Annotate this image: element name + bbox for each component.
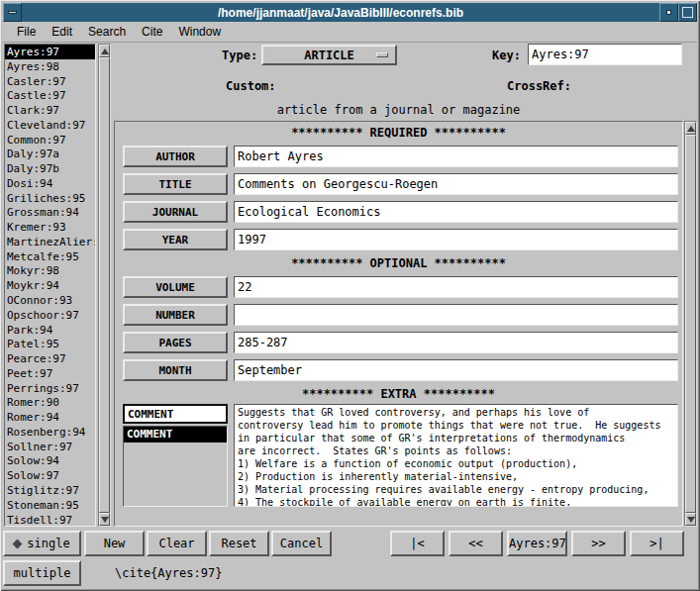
year-field-label: YEAR — [123, 229, 228, 250]
menu-bar: File Edit Search Cite Window — [3, 22, 697, 43]
title-input[interactable] — [234, 173, 678, 195]
list-scroll-up-button[interactable] — [99, 45, 110, 57]
list-item[interactable]: MartinezAlier:9 — [5, 235, 95, 249]
list-item[interactable]: Common:97 — [5, 133, 95, 148]
nav-prev-button[interactable]: << — [449, 531, 503, 556]
list-item[interactable]: Griliches:95 — [5, 191, 95, 206]
window-menu-button[interactable] — [3, 3, 22, 22]
form-scroll-down-button[interactable] — [685, 513, 696, 526]
tab-multiple[interactable]: multiple — [3, 560, 81, 586]
list-scrollbar-thumb[interactable] — [99, 57, 110, 513]
nav-current-button[interactable]: Ayres:97 — [507, 531, 567, 556]
type-dropdown[interactable]: ARTICLE — [261, 45, 397, 65]
type-dropdown-value: ARTICLE — [304, 49, 354, 62]
entry-form: ********** REQUIRED ********** AUTHOR TI… — [114, 121, 683, 527]
list-item[interactable]: Park:94 — [5, 323, 95, 338]
minimize-button[interactable] — [659, 3, 678, 22]
extra-section-header: ********** EXTRA ********** — [115, 387, 682, 401]
nav-first-button[interactable]: |< — [390, 531, 445, 556]
list-item[interactable]: Sollner:97 — [5, 440, 95, 454]
clear-button[interactable]: Clear — [147, 531, 207, 556]
month-field-label: MONTH — [123, 359, 228, 381]
extra-field-name-input[interactable] — [123, 404, 228, 424]
form-scrollbar-thumb[interactable] — [685, 135, 696, 513]
menu-file[interactable]: File — [9, 22, 44, 42]
required-section-header: ********** REQUIRED ********** — [115, 126, 682, 140]
menu-cite[interactable]: Cite — [134, 22, 170, 42]
list-item[interactable]: Ayres:98 — [5, 59, 95, 74]
active-tab-diamond-icon — [13, 539, 23, 548]
list-item[interactable]: Romer:90 — [5, 395, 95, 410]
maximize-icon — [682, 7, 693, 18]
list-item[interactable]: Perrings:97 — [5, 381, 95, 396]
cancel-button[interactable]: Cancel — [271, 531, 332, 556]
key-input[interactable] — [528, 44, 682, 65]
title-field-label: TITLE — [123, 173, 228, 195]
list-item[interactable]: Stoneman:95 — [5, 498, 95, 513]
list-item[interactable]: Solow:97 — [5, 468, 95, 483]
author-input[interactable] — [234, 146, 678, 167]
reference-list[interactable]: Ayres:97Ayres:98Casler:97Castle:97Clark:… — [4, 44, 96, 527]
list-item[interactable]: Grossman:94 — [5, 205, 95, 220]
list-item[interactable]: Opschoor:97 — [5, 308, 95, 323]
number-field-label: NUMBER — [123, 304, 228, 326]
form-scrollbar[interactable] — [684, 121, 697, 527]
extra-field-list[interactable]: COMMENT — [123, 426, 228, 507]
menu-search[interactable]: Search — [80, 22, 134, 42]
key-label: Key: — [492, 49, 521, 62]
list-item[interactable]: Castle:97 — [5, 88, 95, 103]
list-item[interactable]: Dosi:94 — [5, 176, 95, 191]
tab-multiple-label: multiple — [14, 566, 71, 580]
scroll-up-icon — [687, 126, 695, 132]
list-scroll-down-button[interactable] — [99, 513, 110, 526]
list-item[interactable]: Mokyr:98 — [5, 263, 95, 278]
list-item[interactable]: Solow:94 — [5, 453, 95, 468]
window-title: /home/jjanmaat/java/JavaBibIII/econrefs.… — [22, 3, 659, 22]
form-scroll-up-button[interactable] — [685, 122, 696, 135]
list-item[interactable]: Clark:97 — [5, 103, 95, 118]
list-item[interactable]: Daly:97b — [5, 161, 95, 176]
list-item[interactable]: Stiglitz:97 — [5, 483, 95, 498]
maximize-button[interactable] — [678, 3, 697, 22]
type-label: Type: — [222, 49, 257, 62]
list-item[interactable]: Rosenberg:94 — [5, 425, 95, 440]
comment-textarea[interactable]: Suggests that GR loved controversy, and … — [234, 404, 678, 507]
nav-last-button[interactable]: >| — [630, 531, 684, 556]
pages-input[interactable] — [234, 332, 678, 353]
list-item[interactable]: Cleveland:97 — [5, 118, 95, 133]
month-input[interactable] — [234, 359, 678, 381]
list-item[interactable]: Romer:94 — [5, 410, 95, 425]
list-item[interactable]: Pearce:97 — [5, 351, 95, 366]
tab-single-label: single — [27, 537, 69, 550]
nav-next-button[interactable]: >> — [571, 531, 626, 556]
pages-field-label: PAGES — [123, 332, 228, 353]
list-item[interactable]: Ayres:97 — [5, 45, 95, 59]
number-input[interactable] — [234, 304, 678, 326]
tab-single[interactable]: single — [3, 531, 81, 556]
new-button[interactable]: New — [84, 531, 145, 556]
dropdown-indicator-icon — [376, 52, 388, 57]
menu-edit[interactable]: Edit — [44, 22, 80, 42]
menu-window[interactable]: Window — [170, 22, 229, 42]
minimize-icon — [666, 10, 671, 15]
crossref-label: CrossRef: — [507, 79, 571, 93]
window-menu-icon — [8, 11, 17, 14]
list-item[interactable]: Metcalfe:95 — [5, 249, 95, 264]
list-item[interactable]: Casler:97 — [5, 74, 95, 89]
list-item[interactable]: Moykr:94 — [5, 278, 95, 293]
list-item[interactable]: Kremer:93 — [5, 220, 95, 235]
year-input[interactable] — [234, 229, 678, 250]
list-item[interactable]: Daly:97a — [5, 147, 95, 161]
journal-input[interactable] — [234, 201, 678, 223]
entry-type-description: article from a journal or magazine — [114, 103, 683, 117]
list-item[interactable]: Tisdell:97 — [5, 513, 95, 528]
title-bar: /home/jjanmaat/java/JavaBibIII/econrefs.… — [3, 3, 697, 22]
list-item[interactable]: OConnor:93 — [5, 293, 95, 308]
list-item[interactable]: Patel:95 — [5, 337, 95, 351]
scroll-down-icon — [101, 517, 109, 523]
reset-button[interactable]: Reset — [209, 531, 269, 556]
list-item[interactable]: Peet:97 — [5, 366, 95, 381]
volume-input[interactable] — [234, 276, 678, 298]
list-scrollbar[interactable] — [98, 44, 111, 527]
extra-field-list-item[interactable]: COMMENT — [124, 427, 227, 443]
